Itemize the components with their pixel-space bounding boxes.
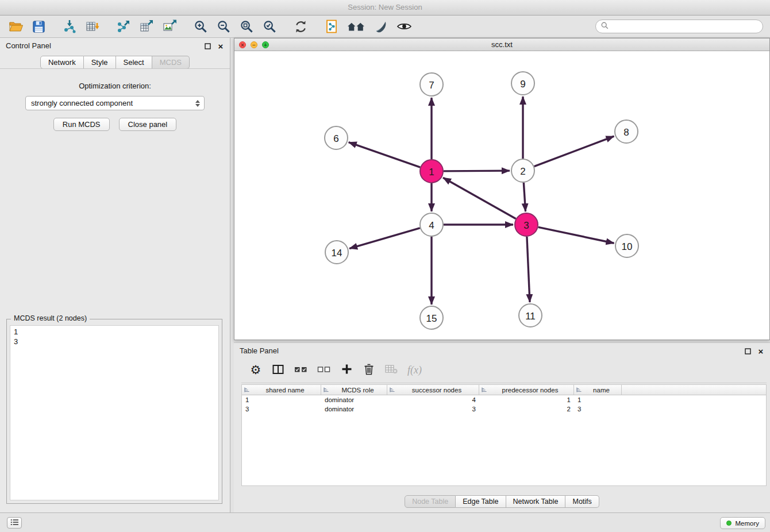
style-button[interactable]	[372, 18, 390, 35]
edge-3-1[interactable]	[443, 178, 516, 218]
tab-network-table[interactable]: Network Table	[506, 495, 566, 508]
mcds-result-list[interactable]: 13	[10, 325, 219, 500]
table-row[interactable]: 1dominator411	[242, 395, 766, 404]
zoom-out-icon	[217, 20, 231, 34]
edge-2-3[interactable]	[523, 183, 525, 211]
search-input[interactable]	[612, 22, 757, 31]
tab-select[interactable]: Select	[116, 56, 152, 69]
column-header-mcds-role[interactable]: MCDS role	[321, 385, 387, 395]
export-image-button[interactable]	[161, 18, 178, 35]
show-hide-button[interactable]	[395, 18, 413, 35]
edge-1-2[interactable]	[444, 171, 510, 171]
export-table-button[interactable]	[138, 18, 155, 35]
tab-motifs[interactable]: Motifs	[565, 495, 599, 508]
trash-icon	[364, 363, 374, 377]
export-network-icon	[116, 19, 131, 34]
header-sort-icon	[576, 387, 582, 393]
zoom-selected-button[interactable]	[261, 18, 278, 35]
header-sort-icon	[244, 387, 250, 393]
task-history-button[interactable]	[7, 517, 22, 529]
zoom-in-button[interactable]	[192, 18, 209, 35]
node-label-11: 11	[525, 311, 536, 322]
zoom-fit-button[interactable]	[238, 18, 255, 35]
column-header-label: successor nodes	[396, 387, 477, 394]
neighbors-button[interactable]	[346, 18, 367, 35]
show-columns-button[interactable]	[272, 363, 284, 378]
search-box[interactable]	[595, 20, 763, 33]
header-sort-icon	[481, 387, 487, 393]
table-panel-header: Table Panel ×	[234, 343, 770, 359]
column-header-shared-name[interactable]: shared name	[242, 385, 321, 395]
table-row[interactable]: 3dominator323	[242, 404, 766, 414]
memory-status-icon	[726, 521, 732, 526]
float-table-panel-icon[interactable]	[744, 348, 751, 354]
main-toolbar	[0, 16, 770, 38]
close-table-panel-icon[interactable]: ×	[757, 348, 764, 354]
table-header-row: shared nameMCDS rolesuccessor nodesprede…	[242, 385, 766, 395]
title-bar: Session: New Session	[0, 0, 770, 16]
node-label-9: 9	[520, 79, 525, 90]
zoom-in-icon	[194, 20, 208, 34]
export-network-button[interactable]	[115, 18, 132, 35]
criterion-dropdown-value: strongly connected component	[31, 99, 133, 107]
result-line: 3	[14, 337, 215, 346]
edge-4-14[interactable]	[349, 228, 420, 249]
deselect-all-icon	[317, 365, 330, 376]
table-settings-button[interactable]: ⚙	[249, 363, 262, 378]
network-window: × − + scc.txt 7968124314101511	[234, 38, 770, 340]
control-panel-tabs: NetworkStyleSelectMCDS	[0, 56, 230, 69]
import-network-button[interactable]	[61, 18, 78, 35]
tab-mcds[interactable]: MCDS	[152, 56, 190, 69]
window-minimize-button[interactable]: −	[251, 41, 257, 48]
node-label-3: 3	[523, 220, 529, 231]
function-builder-button: f(x)	[407, 363, 422, 378]
tab-style[interactable]: Style	[84, 56, 116, 69]
clone-network-button[interactable]	[323, 18, 340, 35]
table-cell: 4	[387, 396, 479, 403]
apply-layout-button[interactable]	[292, 18, 309, 35]
list-icon	[10, 518, 19, 528]
mcds-panel: Optimization criterion: strongly connect…	[0, 68, 230, 512]
table-cell: 3	[574, 406, 622, 413]
tab-edge-table[interactable]: Edge Table	[456, 495, 506, 508]
table-cell: 3	[242, 406, 321, 413]
edge-1-6[interactable]	[349, 142, 420, 167]
close-panel-button[interactable]: Close panel	[119, 118, 177, 131]
criterion-dropdown[interactable]: strongly connected component	[25, 96, 205, 110]
open-file-button[interactable]	[7, 18, 24, 35]
select-all-button[interactable]	[294, 363, 307, 378]
deselect-all-button[interactable]	[317, 363, 330, 378]
add-column-button[interactable]	[340, 363, 353, 378]
delete-column-button[interactable]	[363, 363, 375, 378]
column-header-predecessor-nodes[interactable]: predecessor nodes	[479, 385, 574, 395]
network-graph: 7968124314101511	[234, 51, 769, 340]
zoom-fit-icon	[240, 20, 254, 34]
edge-2-8[interactable]	[534, 136, 614, 166]
float-panel-icon[interactable]	[204, 43, 211, 49]
zoom-out-button[interactable]	[215, 18, 232, 35]
delete-table-button	[385, 363, 398, 378]
close-panel-icon[interactable]: ×	[217, 43, 224, 49]
import-table-button[interactable]	[84, 18, 101, 35]
result-line: 1	[14, 327, 215, 337]
edge-3-10[interactable]	[538, 227, 614, 243]
status-bar: Memory	[0, 512, 770, 532]
gear-icon: ⚙	[251, 364, 261, 376]
column-header-name[interactable]: name	[574, 385, 622, 395]
node-label-8: 8	[623, 127, 629, 138]
fx-label: f(x)	[407, 364, 422, 376]
memory-button[interactable]: Memory	[720, 517, 765, 529]
tab-network[interactable]: Network	[40, 56, 84, 69]
node-label-15: 15	[426, 313, 437, 324]
column-header-successor-nodes[interactable]: successor nodes	[387, 385, 479, 395]
table-cell: 1	[574, 396, 622, 403]
table-tabs: Node TableEdge TableNetwork TableMotifs	[234, 495, 770, 508]
window-close-button[interactable]: ×	[239, 41, 246, 48]
edge-3-11[interactable]	[527, 237, 530, 302]
table-cell: dominator	[321, 406, 387, 413]
run-mcds-button[interactable]: Run MCDS	[53, 118, 110, 131]
save-session-button[interactable]	[30, 18, 47, 35]
tab-node-table[interactable]: Node Table	[405, 495, 456, 508]
network-canvas[interactable]: 7968124314101511	[234, 51, 769, 340]
window-zoom-button[interactable]: +	[262, 41, 269, 48]
